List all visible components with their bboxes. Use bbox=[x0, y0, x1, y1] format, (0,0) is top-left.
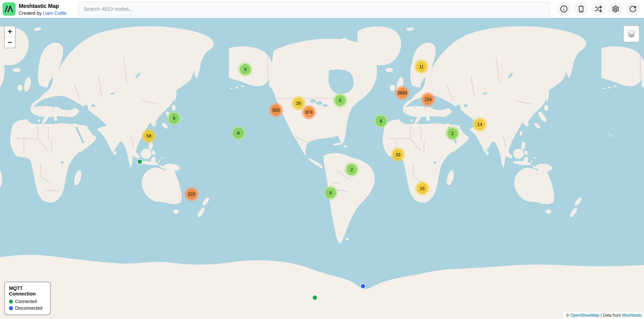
node-cluster-marker[interactable]: 2 bbox=[445, 126, 460, 141]
disconnected-dot bbox=[9, 306, 13, 310]
layers-icon bbox=[626, 29, 636, 38]
liam-cottle-link[interactable]: Liam Cottle bbox=[43, 10, 66, 16]
shuffle-icon bbox=[594, 5, 602, 13]
cluster-count: 154 bbox=[422, 94, 434, 105]
cluster-count: 2 bbox=[447, 128, 458, 139]
node-cluster-marker[interactable]: 8 bbox=[374, 114, 388, 128]
app-byline: Created by Liam Cottle bbox=[19, 10, 66, 16]
node-cluster-marker[interactable]: 154 bbox=[421, 92, 435, 106]
info-button[interactable] bbox=[557, 2, 571, 16]
disconnected-label: Disconnected bbox=[15, 306, 42, 311]
world-map[interactable]: 269315465087422339115814331695829628 + −… bbox=[0, 18, 644, 319]
node-marker-connected[interactable] bbox=[312, 295, 318, 301]
legend-item-connected: Connected bbox=[9, 299, 46, 304]
cluster-count: 5 bbox=[335, 95, 346, 106]
cluster-count: 2693 bbox=[397, 87, 408, 98]
settings-button[interactable] bbox=[609, 2, 622, 16]
meshtastic-link[interactable]: Meshtastic bbox=[622, 313, 642, 318]
cluster-count: 11 bbox=[416, 61, 427, 72]
data-from-text: Data from bbox=[603, 313, 622, 318]
node-marker-disconnected[interactable] bbox=[360, 283, 366, 289]
node-cluster-marker[interactable]: 2 bbox=[344, 162, 359, 177]
cluster-count: 39 bbox=[293, 98, 304, 109]
node-cluster-marker[interactable]: 14 bbox=[472, 117, 487, 132]
app-title: Meshtastic Map bbox=[19, 3, 66, 9]
map-attribution: © OpenStreetMap | Data from Meshtastic bbox=[563, 312, 644, 319]
node-cluster-marker[interactable]: 9 bbox=[238, 62, 252, 76]
smartphone-icon bbox=[577, 5, 585, 13]
cluster-count: 874 bbox=[304, 107, 314, 118]
mqtt-legend-title: MQTT Connection bbox=[9, 286, 46, 297]
legend-item-disconnected: Disconnected bbox=[9, 306, 46, 311]
node-cluster-marker[interactable]: 11 bbox=[414, 59, 428, 74]
meshtastic-logo bbox=[2, 2, 16, 16]
info-icon bbox=[560, 5, 568, 13]
cluster-count: 33 bbox=[392, 149, 404, 160]
node-cluster-marker[interactable]: 58 bbox=[142, 129, 156, 143]
refresh-button[interactable] bbox=[626, 2, 640, 16]
random-node-button[interactable] bbox=[592, 2, 605, 16]
cluster-count: 58 bbox=[144, 131, 154, 141]
cluster-count: 6 bbox=[233, 128, 244, 138]
top-bar: Meshtastic Map Created by Liam Cottle bbox=[0, 0, 644, 18]
layers-control[interactable] bbox=[623, 25, 640, 42]
mobile-app-button[interactable] bbox=[574, 2, 588, 16]
connected-dot bbox=[9, 300, 13, 304]
connected-label: Connected bbox=[15, 299, 37, 304]
cluster-count: 8 bbox=[376, 116, 386, 126]
node-cluster-marker[interactable]: 16 bbox=[415, 181, 430, 196]
gear-icon bbox=[612, 5, 620, 13]
search-input[interactable] bbox=[78, 1, 550, 16]
cluster-count: 14 bbox=[474, 119, 485, 130]
node-cluster-marker[interactable]: 650 bbox=[269, 103, 283, 117]
header-actions bbox=[557, 2, 640, 16]
node-cluster-marker[interactable]: 33 bbox=[391, 147, 405, 162]
openstreetmap-link[interactable]: OpenStreetMap bbox=[570, 313, 600, 318]
node-cluster-marker[interactable]: 223 bbox=[184, 187, 199, 201]
mqtt-legend: MQTT Connection Connected Disconnected bbox=[4, 282, 51, 315]
cluster-count: 9 bbox=[168, 113, 179, 124]
byline-prefix: Created by bbox=[19, 10, 43, 16]
cluster-count: 16 bbox=[417, 183, 428, 194]
cluster-count: 650 bbox=[270, 105, 282, 115]
brand-block: Meshtastic Map Created by Liam Cottle bbox=[19, 3, 66, 16]
refresh-icon bbox=[629, 5, 637, 13]
zoom-in-button[interactable]: + bbox=[5, 26, 15, 37]
zoom-out-button[interactable]: − bbox=[5, 37, 15, 48]
cluster-count: 9 bbox=[240, 64, 251, 75]
cluster-count: 8 bbox=[325, 188, 336, 198]
copyright-symbol: © bbox=[566, 313, 570, 318]
cluster-count: 2 bbox=[346, 164, 357, 175]
node-cluster-marker[interactable]: 5 bbox=[333, 93, 347, 108]
node-cluster-marker[interactable]: 6 bbox=[231, 126, 246, 140]
map-zoom-control: + − bbox=[4, 26, 16, 48]
node-cluster-marker[interactable]: 9 bbox=[167, 111, 181, 125]
cluster-count: 223 bbox=[186, 189, 197, 200]
meshtastic-logo-glyph bbox=[5, 6, 14, 12]
map-tiles bbox=[0, 18, 644, 319]
node-cluster-marker[interactable]: 2693 bbox=[395, 86, 410, 100]
attribution-separator: | bbox=[600, 313, 603, 318]
node-cluster-marker[interactable]: 8 bbox=[324, 186, 338, 200]
node-marker-connected[interactable] bbox=[137, 159, 143, 165]
node-cluster-marker[interactable]: 39 bbox=[291, 96, 306, 110]
